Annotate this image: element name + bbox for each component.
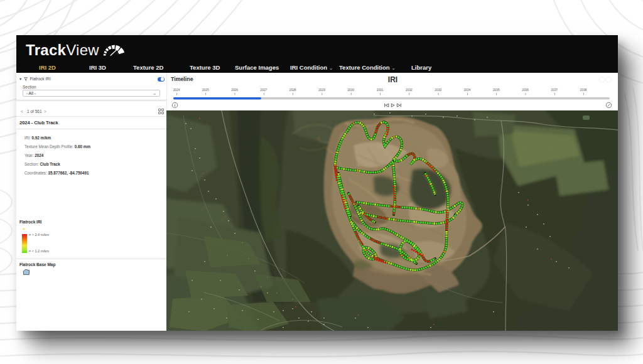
svg-text:2024: 2024 — [173, 88, 180, 92]
svg-text:2027: 2027 — [261, 88, 267, 92]
svg-text:2035: 2035 — [493, 88, 500, 92]
svg-text:2026: 2026 — [231, 88, 238, 92]
svg-text:2025: 2025 — [202, 88, 209, 92]
svg-text:2033: 2033 — [435, 88, 441, 92]
svg-text:2036: 2036 — [522, 88, 529, 92]
svg-text:2032: 2032 — [406, 88, 413, 92]
svg-text:2031: 2031 — [377, 88, 384, 92]
svg-text:2029: 2029 — [318, 88, 325, 92]
svg-text:2038: 2038 — [580, 88, 587, 92]
svg-text:2037: 2037 — [551, 88, 558, 92]
svg-text:2028: 2028 — [289, 88, 296, 92]
svg-text:2030: 2030 — [347, 88, 354, 92]
svg-text:2034: 2034 — [464, 88, 471, 92]
